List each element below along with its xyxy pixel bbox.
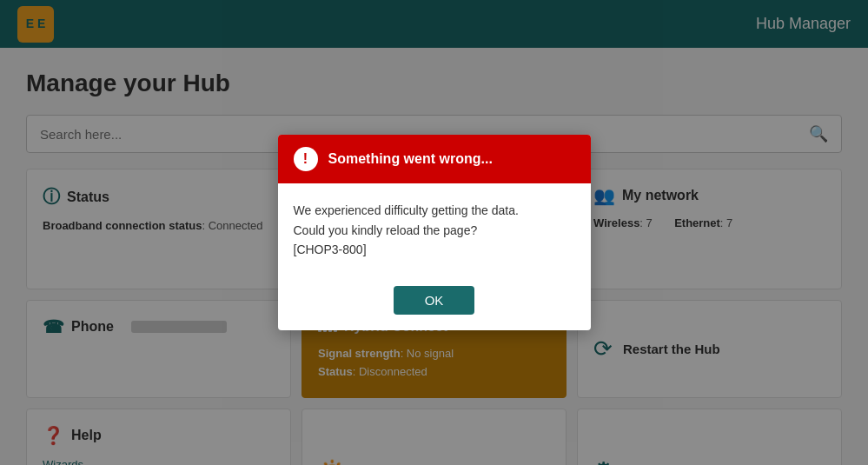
error-modal: ! Something went wrong... We experienced…	[278, 135, 591, 329]
modal-header: ! Something went wrong...	[278, 135, 591, 183]
modal-body-line1: We experienced difficulty getting the da…	[294, 201, 575, 220]
modal-body: We experienced difficulty getting the da…	[278, 183, 591, 276]
modal-error-icon: !	[294, 147, 318, 171]
modal-ok-button[interactable]: OK	[394, 286, 475, 315]
modal-body-line2: Could you kindly reload the page?	[294, 221, 575, 240]
modal-header-text: Something went wrong...	[328, 151, 493, 167]
modal-error-code: [CHOP3-800]	[294, 240, 575, 259]
modal-footer: OK	[278, 277, 591, 330]
modal-overlay: ! Something went wrong... We experienced…	[0, 0, 868, 465]
